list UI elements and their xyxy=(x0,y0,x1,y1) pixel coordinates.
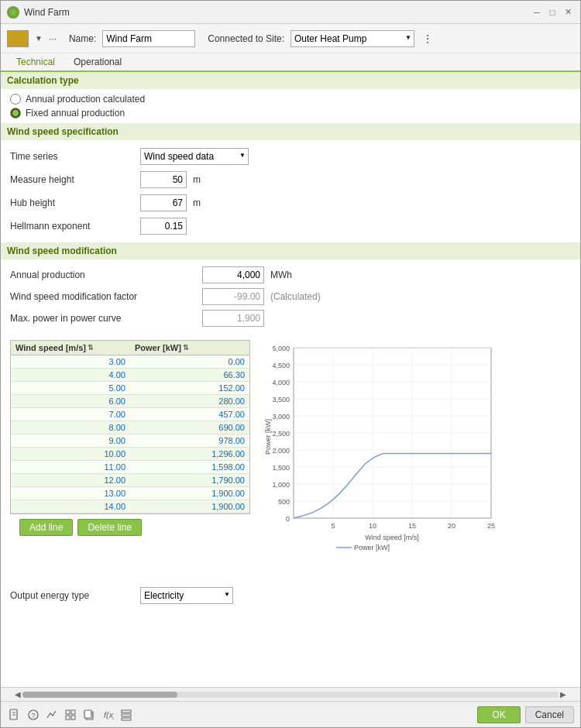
site-select[interactable]: Outer Heat Pump xyxy=(290,30,414,47)
speed-cell: 4.00 xyxy=(11,369,130,381)
table-row[interactable]: 10.001,296.00 xyxy=(11,448,249,461)
svg-text:20: 20 xyxy=(448,522,456,530)
output-select-wrap: Electricity xyxy=(140,587,233,604)
mod-factor-note: (Calculated) xyxy=(270,291,321,302)
name-input[interactable] xyxy=(102,30,195,47)
table-row[interactable]: 14.001,900.00 xyxy=(11,500,249,513)
tab-technical[interactable]: Technical xyxy=(7,53,64,72)
ok-button[interactable]: OK xyxy=(477,706,520,723)
measure-height-input[interactable] xyxy=(140,171,187,188)
table-row[interactable]: 5.00152.00 xyxy=(11,382,249,395)
name-label: Name: xyxy=(69,33,96,44)
annual-production-radio[interactable] xyxy=(10,94,21,105)
svg-text:500: 500 xyxy=(278,498,290,506)
calculation-type-group: Annual production calculated Fixed annua… xyxy=(1,89,580,123)
site-label: Connected to Site: xyxy=(208,33,284,44)
help-icon[interactable]: ? xyxy=(26,707,41,723)
annual-prod-row: Annual production MWh xyxy=(10,264,571,286)
table-row[interactable]: 12.001,790.00 xyxy=(11,474,249,487)
svg-text:?: ? xyxy=(31,712,35,719)
col1-header: Wind speed [m/s] ⇅ xyxy=(11,341,130,355)
scrollbar-thumb[interactable] xyxy=(22,692,177,698)
site-select-wrap: Outer Heat Pump xyxy=(290,30,414,47)
table-row[interactable]: 11.001,598.00 xyxy=(11,461,249,474)
svg-rect-46 xyxy=(71,716,75,719)
grid-icon[interactable] xyxy=(63,707,78,723)
color-more-button[interactable]: ··· xyxy=(49,33,57,44)
hub-height-unit: m xyxy=(193,197,201,208)
table-row[interactable]: 6.00280.00 xyxy=(11,395,249,408)
time-series-row: Time series Wind speed data xyxy=(1,145,580,168)
table-row[interactable]: 9.00978.00 xyxy=(11,434,249,448)
svg-text:1,500: 1,500 xyxy=(272,464,290,472)
table-row[interactable]: 13.001,900.00 xyxy=(11,487,249,500)
table-row[interactable]: 8.00690.00 xyxy=(11,421,249,434)
annual-prod-unit: MWh xyxy=(270,270,292,280)
fixed-production-radio[interactable] xyxy=(10,108,21,118)
svg-text:5: 5 xyxy=(331,522,335,530)
col2-sort-icon[interactable]: ⇅ xyxy=(183,344,189,352)
mod-factor-label: Wind speed modification factor xyxy=(10,291,196,302)
table-row[interactable]: 3.000.00 xyxy=(11,355,249,369)
tab-operational[interactable]: Operational xyxy=(64,53,131,72)
delete-line-button[interactable]: Delete line xyxy=(77,519,142,536)
hub-height-input[interactable] xyxy=(140,194,187,211)
table-row[interactable]: 4.0066.30 xyxy=(11,369,249,382)
color-dropdown-arrow[interactable]: ▼ xyxy=(35,34,43,43)
svg-text:0: 0 xyxy=(286,515,290,523)
speed-cell: 13.00 xyxy=(11,487,130,500)
svg-text:f(x): f(x) xyxy=(104,710,114,719)
wind-mod-header: Wind speed modification xyxy=(1,242,580,259)
time-series-label: Time series xyxy=(10,151,134,162)
power-cell: 457.00 xyxy=(130,408,249,421)
table-chart-area: Wind speed [m/s] ⇅ Power [kW] ⇅ 3.000.00… xyxy=(1,334,580,565)
speed-cell: 10.00 xyxy=(11,448,130,460)
close-button[interactable]: ✕ xyxy=(562,6,574,19)
app-icon xyxy=(7,6,19,19)
measure-height-label: Measure height xyxy=(10,174,134,185)
hub-height-label: Hub height xyxy=(10,197,134,208)
annual-prod-input[interactable] xyxy=(202,266,264,283)
cancel-button[interactable]: Cancel xyxy=(525,706,574,723)
power-cell: 0.00 xyxy=(130,355,249,368)
hellmann-input[interactable] xyxy=(140,218,187,235)
svg-rect-43 xyxy=(66,710,70,714)
content-area: Calculation type Annual production calcu… xyxy=(1,72,580,687)
col1-sort-icon[interactable]: ⇅ xyxy=(88,344,94,352)
svg-text:3,500: 3,500 xyxy=(272,396,290,403)
speed-cell: 12.00 xyxy=(11,474,130,486)
svg-text:2,000: 2,000 xyxy=(272,447,290,455)
speed-cell: 3.00 xyxy=(11,355,130,368)
power-cell: 1,900.00 xyxy=(130,500,249,513)
data-icon[interactable] xyxy=(119,707,134,723)
power-cell: 690.00 xyxy=(130,421,249,434)
dialog-buttons: OK Cancel xyxy=(477,706,574,723)
output-select[interactable]: Electricity xyxy=(140,587,233,604)
time-series-select-wrap: Wind speed data xyxy=(140,148,249,165)
measure-height-row: Measure height m xyxy=(1,168,580,191)
file-icon[interactable] xyxy=(7,707,22,723)
fixed-production-row: Fixed annual production xyxy=(10,108,571,118)
power-cell: 1,900.00 xyxy=(130,487,249,500)
maximize-button[interactable]: □ xyxy=(546,6,559,19)
minimize-button[interactable]: ─ xyxy=(531,6,543,19)
add-line-button[interactable]: Add line xyxy=(19,519,73,536)
power-cell: 978.00 xyxy=(130,434,249,447)
chart-icon[interactable] xyxy=(44,707,60,723)
max-power-row: Max. power in power curve xyxy=(10,307,571,329)
toolbar-more-icon[interactable]: ⋮ xyxy=(422,33,433,45)
svg-rect-44 xyxy=(71,710,75,714)
output-row: Output energy type Electricity xyxy=(1,578,580,613)
svg-rect-45 xyxy=(66,716,70,719)
speed-cell: 5.00 xyxy=(11,382,130,394)
scroll-left-button[interactable]: ◀ xyxy=(13,690,22,699)
formula-icon[interactable]: f(x) xyxy=(100,707,115,723)
scroll-right-button[interactable]: ▶ xyxy=(559,690,568,699)
window-controls: ─ □ ✕ xyxy=(531,6,574,19)
table-row[interactable]: 7.00457.00 xyxy=(11,408,249,421)
svg-text:10: 10 xyxy=(369,522,376,530)
mod-factor-row: Wind speed modification factor (Calculat… xyxy=(10,286,571,307)
color-swatch[interactable] xyxy=(7,30,29,47)
copy-icon[interactable] xyxy=(81,707,97,723)
time-series-select[interactable]: Wind speed data xyxy=(140,148,249,165)
